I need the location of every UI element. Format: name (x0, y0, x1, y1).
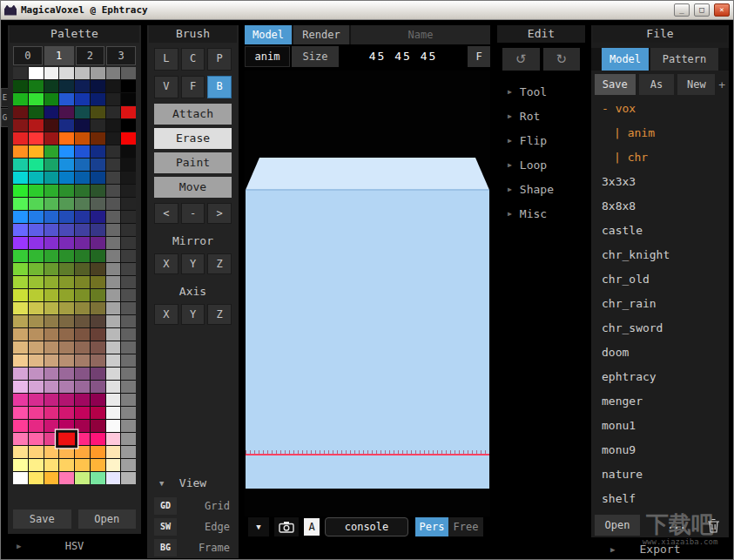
size-button[interactable]: Size (292, 46, 339, 67)
anim-button[interactable]: anim (245, 46, 290, 67)
palette-swatch[interactable] (13, 198, 28, 210)
palette-swatch[interactable] (121, 106, 136, 118)
palette-swatch[interactable] (121, 80, 136, 92)
palette-swatch[interactable] (13, 328, 28, 341)
palette-swatch[interactable] (13, 394, 28, 406)
palette-swatch[interactable] (29, 433, 44, 445)
palette-swatch[interactable] (91, 93, 105, 105)
palette-swatch[interactable] (59, 368, 74, 380)
palette-swatch[interactable] (106, 315, 121, 327)
file-more-button[interactable]: ... (663, 519, 690, 531)
palette-swatch[interactable] (59, 145, 74, 158)
palette-swatch[interactable] (44, 276, 59, 288)
tool-erase-button[interactable]: Erase (154, 128, 232, 149)
file-item-chr-old[interactable]: chr_old (591, 267, 729, 292)
file-add-button[interactable]: + (718, 78, 725, 91)
palette-swatch[interactable] (75, 185, 90, 197)
palette-swatch[interactable] (44, 93, 59, 105)
palette-swatch[interactable] (91, 276, 105, 288)
palette-swatch[interactable] (13, 172, 28, 184)
palette-swatch[interactable] (59, 159, 74, 171)
palette-swatch[interactable] (29, 145, 44, 158)
file-item-menger[interactable]: menger (591, 389, 729, 414)
file-item-chr-knight[interactable]: chr_knight (591, 243, 729, 267)
palette-swatch[interactable] (29, 459, 44, 471)
palette-swatch[interactable] (75, 145, 90, 158)
palette-swatch[interactable] (75, 472, 90, 484)
palette-swatch[interactable] (121, 420, 136, 432)
palette-swatch[interactable] (29, 368, 44, 380)
palette-swatch[interactable] (13, 119, 28, 132)
file-save-as-button[interactable]: As (639, 74, 675, 95)
palette-swatch[interactable] (106, 237, 121, 249)
palette-swatch[interactable] (44, 198, 59, 210)
brush-mode-c[interactable]: C (181, 48, 205, 71)
palette-swatch[interactable] (44, 315, 59, 327)
screenshot-button[interactable] (274, 517, 299, 536)
hsv-section-toggle[interactable]: ▶ HSV (8, 537, 141, 555)
tab-model[interactable]: Model (245, 25, 292, 44)
palette-swatch[interactable] (29, 185, 44, 197)
palette-swatch[interactable] (29, 263, 44, 275)
palette-swatch[interactable] (106, 80, 121, 92)
view-toggle-bg[interactable]: BG (154, 539, 177, 557)
palette-swatch[interactable] (121, 211, 136, 223)
redo-button[interactable]: ↻ (543, 48, 581, 71)
palette-swatch[interactable] (91, 263, 105, 275)
palette-swatch[interactable] (75, 263, 90, 275)
tool-paint-button[interactable]: Paint (154, 152, 232, 173)
palette-swatch[interactable] (29, 106, 44, 118)
free-camera-button[interactable]: Free (448, 517, 483, 536)
palette-swatch[interactable] (75, 172, 90, 184)
palette-swatch[interactable] (13, 93, 28, 105)
palette-swatch[interactable] (13, 472, 28, 484)
palette-swatch[interactable] (91, 315, 105, 327)
palette-swatch[interactable] (106, 211, 121, 223)
palette-swatch[interactable] (59, 276, 74, 288)
palette-swatch[interactable] (13, 106, 28, 118)
palette-swatch[interactable] (59, 354, 74, 367)
edit-item-flip[interactable]: ▶Flip (495, 128, 587, 152)
view-section-toggle[interactable]: ▼ View (147, 475, 239, 492)
palette-swatch[interactable] (13, 381, 28, 393)
palette-swatch[interactable] (75, 394, 90, 406)
palette-swatch[interactable] (59, 106, 74, 118)
palette-swatch[interactable] (59, 315, 74, 327)
viewport-canvas[interactable] (245, 71, 490, 516)
palette-swatch[interactable] (13, 224, 28, 236)
palette-swatch[interactable] (75, 341, 90, 354)
palette-swatch[interactable] (91, 119, 105, 132)
palette-swatch[interactable] (44, 289, 59, 301)
palette-swatch[interactable] (44, 185, 59, 197)
palette-swatch[interactable] (91, 172, 105, 184)
palette-tab-1[interactable]: 1 (44, 46, 74, 65)
palette-swatch[interactable] (29, 119, 44, 132)
palette-swatch[interactable] (75, 381, 90, 393)
palette-swatch[interactable] (106, 368, 121, 380)
palette-swatch[interactable] (106, 185, 121, 197)
palette-swatch[interactable] (121, 93, 136, 105)
view-toggle-sw[interactable]: SW (154, 518, 177, 536)
console-input[interactable]: console (325, 517, 408, 536)
palette-swatch[interactable] (44, 67, 59, 79)
file-item-ephtracy[interactable]: ephtracy (591, 365, 729, 389)
palette-swatch[interactable] (29, 341, 44, 354)
mirror-z-button[interactable]: Z (207, 253, 232, 274)
palette-swatch[interactable] (75, 315, 90, 327)
palette-swatch[interactable] (59, 341, 74, 354)
palette-swatch[interactable] (91, 80, 105, 92)
palette-swatch[interactable] (75, 302, 90, 314)
voxel-model[interactable] (246, 158, 489, 489)
palette-swatch[interactable] (106, 472, 121, 484)
palette-swatch[interactable] (91, 459, 105, 471)
maximize-button[interactable]: □ (694, 3, 710, 17)
palette-swatch[interactable] (44, 472, 59, 484)
palette-swatch[interactable] (13, 289, 28, 301)
palette-swatch[interactable] (75, 354, 90, 367)
palette-swatch[interactable] (121, 394, 136, 406)
palette-swatch[interactable] (29, 381, 44, 393)
palette-swatch[interactable] (106, 224, 121, 236)
palette-swatch[interactable] (13, 185, 28, 197)
palette-swatch[interactable] (59, 250, 74, 262)
palette-swatch[interactable] (121, 276, 136, 288)
